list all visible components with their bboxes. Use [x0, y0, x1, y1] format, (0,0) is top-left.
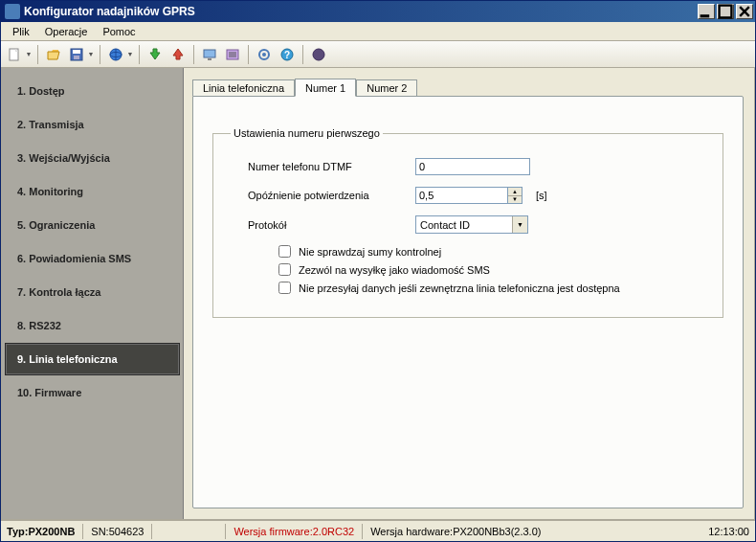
tab-strip: Linia telefoniczna Numer 1 Numer 2 — [192, 77, 744, 96]
row-phone: Numer telefonu DTMF — [248, 158, 705, 175]
svg-marker-12 — [150, 49, 160, 59]
tb-exit[interactable] — [308, 44, 329, 65]
tb-help[interactable]: ? — [277, 44, 298, 65]
folder-open-icon — [46, 47, 61, 62]
svg-rect-8 — [74, 56, 79, 59]
sidebar-item-firmware[interactable]: 10. Firmware — [5, 376, 180, 409]
gear-icon — [256, 47, 272, 62]
tb-connect-drop[interactable]: ▼ — [126, 51, 134, 57]
group-ustawienia-numeru: Ustawienia numeru pierwszego Numer telef… — [212, 127, 723, 318]
select-protocol[interactable]: Contact ID ▼ — [415, 215, 528, 234]
row-delay: Opóźnienie potwierdzenia ▲ ▼ [s] — [248, 187, 705, 204]
spinner-buttons: ▲ ▼ — [507, 187, 523, 204]
tb-upload[interactable] — [167, 44, 189, 65]
status-sep4 — [362, 524, 363, 539]
monitor-icon — [202, 47, 217, 62]
checkbox-allow-sms[interactable] — [278, 263, 291, 276]
tb-new-drop[interactable]: ▼ — [25, 51, 33, 57]
tb-history[interactable] — [222, 44, 243, 65]
tb-monitor[interactable] — [199, 44, 220, 65]
svg-marker-13 — [173, 49, 183, 59]
label-no-checksum: Nie sprawdzaj sumy kontrolnej — [299, 246, 441, 258]
tb-sep — [37, 45, 38, 64]
select-protocol-value: Contact ID — [416, 219, 512, 231]
svg-rect-15 — [208, 58, 211, 60]
tab-linia-telefoniczna[interactable]: Linia telefoniczna — [192, 79, 295, 96]
input-delay[interactable] — [415, 187, 507, 204]
close-icon — [737, 4, 752, 19]
menu-plik[interactable]: Plik — [5, 24, 37, 39]
row-check-allow-sms: Zezwól na wysyłkę jako wiadomość SMS — [278, 263, 705, 276]
svg-rect-14 — [204, 50, 215, 57]
sidebar-item-linia-telefoniczna[interactable]: 9. Linia telefoniczna — [5, 343, 180, 375]
svg-rect-1 — [720, 6, 732, 18]
tb-new[interactable] — [4, 44, 25, 65]
content-area: 1. Dostęp 2. Transmisja 3. Wejścia/Wyjśc… — [1, 68, 755, 520]
status-time: 12:13:00 — [708, 526, 749, 537]
row-check-no-checksum: Nie sprawdzaj sumy kontrolnej — [278, 245, 705, 258]
label-allow-sms: Zezwól na wysyłkę jako wiadomość SMS — [299, 264, 490, 276]
row-check-no-ext-line: Nie przesyłaj danych jeśli zewnętrzna li… — [278, 282, 705, 294]
menu-operacje[interactable]: Operacje — [37, 24, 96, 39]
statusbar: Typ: PX200NB SN: 504623 Wersja firmware:… — [1, 520, 755, 541]
spin-up[interactable]: ▲ — [508, 188, 522, 196]
sidebar-item-powiadomienia-sms[interactable]: 6. Powiadomienia SMS — [5, 242, 180, 275]
checkbox-no-checksum[interactable] — [278, 245, 291, 258]
window-controls — [696, 4, 753, 19]
tab-numer-1[interactable]: Numer 1 — [295, 79, 356, 97]
tab-body: Ustawienia numeru pierwszego Numer telef… — [192, 96, 744, 508]
globe-icon — [108, 47, 123, 62]
save-icon — [69, 47, 84, 62]
spin-down[interactable]: ▼ — [508, 196, 522, 204]
checkbox-no-ext-line[interactable] — [278, 282, 291, 294]
sidebar-item-monitoring[interactable]: 4. Monitoring — [5, 175, 180, 208]
tb-settings[interactable] — [254, 44, 275, 65]
close-button[interactable] — [736, 4, 753, 19]
row-protocol: Protokół Contact ID ▼ — [248, 215, 705, 234]
sidebar-item-transmisja[interactable]: 2. Transmisja — [5, 108, 180, 141]
app-icon — [5, 4, 20, 19]
svg-point-21 — [262, 53, 266, 56]
spinner-delay: ▲ ▼ — [415, 187, 523, 204]
titlebar: Konfigurator nadajników GPRS — [1, 1, 755, 22]
main-panel: Linia telefoniczna Numer 1 Numer 2 Ustaw… — [185, 69, 753, 518]
tb-sep4 — [193, 45, 194, 64]
select-protocol-button[interactable]: ▼ — [512, 216, 527, 233]
window-title: Konfigurator nadajników GPRS — [24, 5, 696, 18]
sidebar-item-dostep[interactable]: 1. Dostęp — [5, 75, 180, 107]
status-sep1 — [82, 524, 83, 539]
status-typ-value: PX200NB — [28, 526, 75, 537]
maximize-icon — [718, 4, 733, 19]
menubar: Plik Operacje Pomoc — [1, 22, 755, 41]
svg-rect-7 — [73, 50, 80, 54]
status-fw-value: 2.0RC32 — [313, 526, 354, 537]
exit-icon — [311, 47, 326, 62]
sidebar-item-wejscia-wyjscia[interactable]: 3. Wejścia/Wyjścia — [5, 142, 180, 174]
sidebar-item-kontrola-lacza[interactable]: 7. Kontrola łącza — [5, 276, 180, 308]
sidebar-item-ograniczenia[interactable]: 5. Ograniczenia — [5, 209, 180, 241]
tb-sep6 — [302, 45, 303, 64]
tb-save[interactable] — [66, 44, 87, 65]
svg-rect-0 — [700, 14, 710, 17]
tb-save-drop[interactable]: ▼ — [87, 51, 95, 57]
arrow-down-icon — [147, 47, 163, 62]
status-sn-value: 504623 — [109, 526, 145, 537]
status-fw-label: Wersja firmware: — [233, 526, 312, 537]
sidebar-item-rs232[interactable]: 8. RS232 — [5, 309, 180, 342]
tb-connect[interactable] — [105, 44, 126, 65]
tb-download[interactable] — [145, 44, 166, 65]
status-hw-value: PX200NBb3(2.3.0) — [453, 526, 541, 537]
status-sep2 — [151, 524, 152, 539]
maximize-button[interactable] — [717, 4, 734, 19]
menu-pomoc[interactable]: Pomoc — [95, 24, 143, 39]
minimize-button[interactable] — [698, 4, 715, 19]
history-icon — [225, 47, 240, 62]
status-typ-label: Typ: — [7, 526, 28, 537]
tab-numer-2[interactable]: Numer 2 — [356, 79, 417, 96]
tb-sep2 — [100, 45, 100, 64]
input-phone[interactable] — [415, 158, 530, 175]
tb-sep3 — [139, 45, 140, 64]
tb-open[interactable] — [43, 44, 64, 65]
new-file-icon — [7, 47, 22, 62]
label-protocol: Protokół — [248, 219, 415, 231]
